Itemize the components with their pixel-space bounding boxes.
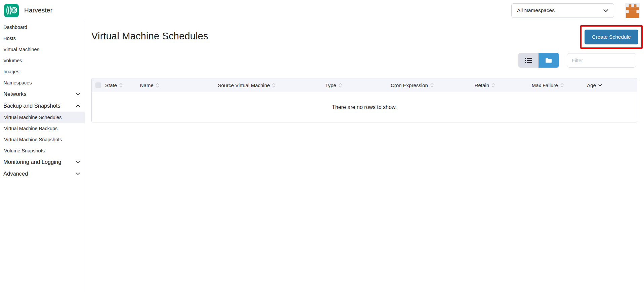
sidebar-item-label: Virtual Machine Schedules [4, 115, 61, 120]
sidebar-item-virtual-machine-backups[interactable]: Virtual Machine Backups [0, 123, 85, 134]
column-header-cron-expression[interactable]: Cron Expression [388, 82, 472, 88]
list-view-button[interactable] [518, 53, 539, 68]
table-header-checkbox-cell [92, 82, 102, 88]
sort-icon [491, 83, 495, 87]
grouped-view-button[interactable] [539, 53, 559, 68]
sort-icon [339, 83, 342, 87]
schedules-table: State Name Source Virtual Machine [91, 78, 637, 122]
user-avatar[interactable] [625, 3, 640, 18]
sidebar-group-networks[interactable]: Networks [0, 88, 85, 100]
column-label: Age [587, 82, 596, 88]
sidebar-item-label: Virtual Machine Snapshots [4, 137, 62, 142]
create-schedule-button[interactable]: Create Schedule [585, 30, 638, 44]
chevron-down-icon [603, 9, 608, 12]
empty-table-message: There are no rows to show. [332, 104, 397, 110]
column-label: Name [140, 82, 154, 88]
chevron-up-icon [76, 105, 80, 107]
sidebar-item-volumes[interactable]: Volumes [0, 55, 85, 66]
list-icon [525, 58, 532, 63]
column-header-name[interactable]: Name [137, 82, 215, 88]
sidebar: Dashboard Hosts Virtual Machines Volumes… [0, 21, 85, 292]
chevron-down-icon [76, 173, 80, 175]
sidebar-item-label: Virtual Machine Backups [4, 126, 57, 131]
column-header-type[interactable]: Type [323, 82, 388, 88]
column-label: Type [325, 82, 336, 88]
sidebar-item-label: Hosts [3, 36, 16, 41]
filter-input[interactable] [567, 53, 636, 68]
annotation-highlight-box: Create Schedule [580, 25, 643, 49]
sidebar-item-label: Namespaces [3, 80, 32, 85]
sidebar-item-namespaces[interactable]: Namespaces [0, 77, 85, 88]
sidebar-item-images[interactable]: Images [0, 66, 85, 77]
namespace-selector[interactable]: All Namespaces [511, 3, 614, 18]
sort-desc-icon [598, 84, 602, 86]
sidebar-group-label: Backup and Snapshots [3, 103, 60, 109]
toolbar [518, 53, 636, 68]
sort-icon [430, 83, 434, 87]
column-label: Retain [475, 82, 489, 88]
column-label: Source Virtual Machine [218, 82, 270, 88]
sidebar-group-monitoring-and-logging[interactable]: Monitoring and Logging [0, 156, 85, 168]
sidebar-item-label: Virtual Machines [3, 47, 39, 52]
sidebar-item-virtual-machine-snapshots[interactable]: Virtual Machine Snapshots [0, 134, 85, 145]
chevron-down-icon [76, 93, 80, 95]
column-label: State [105, 82, 117, 88]
column-label: Cron Expression [391, 82, 428, 88]
select-all-checkbox[interactable] [95, 82, 101, 88]
sort-icon [272, 83, 275, 87]
sidebar-item-dashboard[interactable]: Dashboard [0, 22, 85, 33]
app-title: Harvester [24, 7, 52, 14]
table-body: There are no rows to show. [92, 92, 637, 122]
sidebar-item-hosts[interactable]: Hosts [0, 33, 85, 44]
sidebar-group-advanced[interactable]: Advanced [0, 168, 85, 180]
sidebar-group-label: Networks [3, 91, 27, 97]
sidebar-group-label: Monitoring and Logging [3, 159, 61, 165]
wheat-logo-glyph [6, 6, 17, 15]
harvester-logo-icon[interactable] [4, 4, 19, 17]
column-label: Max Failure [531, 82, 558, 88]
folder-icon [545, 58, 552, 63]
namespace-selector-value: All Namespaces [517, 7, 555, 13]
main-content: Virtual Machine Schedules Create Schedul… [85, 21, 644, 292]
chevron-down-icon [76, 161, 80, 163]
sidebar-item-label: Dashboard [3, 25, 27, 30]
sidebar-item-label: Volume Snapshots [4, 148, 45, 153]
column-header-source-virtual-machine[interactable]: Source Virtual Machine [215, 82, 323, 88]
column-header-state[interactable]: State [102, 82, 137, 88]
sort-icon [119, 83, 123, 87]
view-toggle-group [518, 53, 559, 68]
column-header-max-failure[interactable]: Max Failure [529, 82, 584, 88]
sidebar-group-label: Advanced [3, 171, 28, 177]
sidebar-item-virtual-machine-schedules[interactable]: Virtual Machine Schedules [0, 112, 85, 123]
top-header: Harvester All Namespaces [0, 0, 644, 21]
sidebar-item-virtual-machines[interactable]: Virtual Machines [0, 44, 85, 55]
sidebar-item-volume-snapshots[interactable]: Volume Snapshots [0, 145, 85, 156]
table-header-row: State Name Source Virtual Machine [92, 78, 637, 92]
column-header-age[interactable]: Age [584, 82, 637, 88]
page-title: Virtual Machine Schedules [91, 31, 208, 42]
sort-icon [560, 83, 564, 87]
sidebar-item-label: Volumes [3, 58, 22, 63]
column-header-retain[interactable]: Retain [472, 82, 529, 88]
sort-icon [156, 83, 159, 87]
sidebar-group-backup-and-snapshots[interactable]: Backup and Snapshots [0, 100, 85, 112]
sidebar-item-label: Images [3, 69, 19, 74]
